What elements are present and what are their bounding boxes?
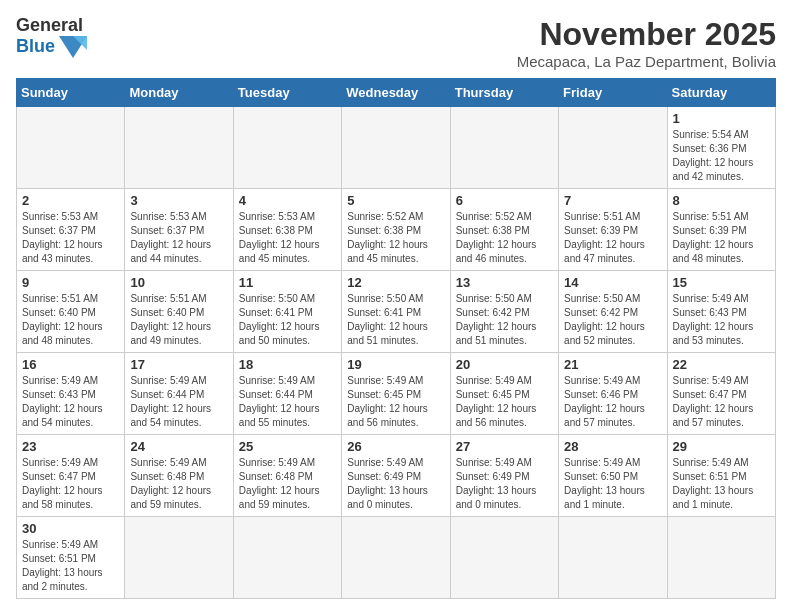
- day-header-sunday: Sunday: [17, 79, 125, 107]
- day-info: Sunrise: 5:49 AM Sunset: 6:49 PM Dayligh…: [456, 456, 553, 512]
- day-info: Sunrise: 5:53 AM Sunset: 6:37 PM Dayligh…: [130, 210, 227, 266]
- day-header-friday: Friday: [559, 79, 667, 107]
- calendar-cell: 23Sunrise: 5:49 AM Sunset: 6:47 PM Dayli…: [17, 435, 125, 517]
- calendar-cell: 11Sunrise: 5:50 AM Sunset: 6:41 PM Dayli…: [233, 271, 341, 353]
- calendar-cell: 7Sunrise: 5:51 AM Sunset: 6:39 PM Daylig…: [559, 189, 667, 271]
- calendar-cell: 12Sunrise: 5:50 AM Sunset: 6:41 PM Dayli…: [342, 271, 450, 353]
- day-info: Sunrise: 5:53 AM Sunset: 6:37 PM Dayligh…: [22, 210, 119, 266]
- day-number: 2: [22, 193, 119, 208]
- calendar-cell: 22Sunrise: 5:49 AM Sunset: 6:47 PM Dayli…: [667, 353, 775, 435]
- day-number: 10: [130, 275, 227, 290]
- day-info: Sunrise: 5:49 AM Sunset: 6:47 PM Dayligh…: [22, 456, 119, 512]
- calendar-cell: 29Sunrise: 5:49 AM Sunset: 6:51 PM Dayli…: [667, 435, 775, 517]
- day-number: 9: [22, 275, 119, 290]
- day-number: 18: [239, 357, 336, 372]
- day-info: Sunrise: 5:50 AM Sunset: 6:41 PM Dayligh…: [239, 292, 336, 348]
- day-number: 8: [673, 193, 770, 208]
- day-info: Sunrise: 5:49 AM Sunset: 6:47 PM Dayligh…: [673, 374, 770, 430]
- calendar-cell: 19Sunrise: 5:49 AM Sunset: 6:45 PM Dayli…: [342, 353, 450, 435]
- day-header-saturday: Saturday: [667, 79, 775, 107]
- logo-blue: Blue: [16, 37, 55, 57]
- calendar-cell: 9Sunrise: 5:51 AM Sunset: 6:40 PM Daylig…: [17, 271, 125, 353]
- day-info: Sunrise: 5:49 AM Sunset: 6:49 PM Dayligh…: [347, 456, 444, 512]
- day-number: 5: [347, 193, 444, 208]
- day-info: Sunrise: 5:49 AM Sunset: 6:43 PM Dayligh…: [673, 292, 770, 348]
- calendar-table: SundayMondayTuesdayWednesdayThursdayFrid…: [16, 78, 776, 599]
- day-number: 26: [347, 439, 444, 454]
- day-info: Sunrise: 5:51 AM Sunset: 6:40 PM Dayligh…: [22, 292, 119, 348]
- calendar-cell: [233, 107, 341, 189]
- calendar-cell: 28Sunrise: 5:49 AM Sunset: 6:50 PM Dayli…: [559, 435, 667, 517]
- day-number: 12: [347, 275, 444, 290]
- calendar-cell: [559, 517, 667, 599]
- day-header-wednesday: Wednesday: [342, 79, 450, 107]
- day-info: Sunrise: 5:52 AM Sunset: 6:38 PM Dayligh…: [347, 210, 444, 266]
- calendar-cell: [559, 107, 667, 189]
- day-info: Sunrise: 5:50 AM Sunset: 6:41 PM Dayligh…: [347, 292, 444, 348]
- calendar-cell: 3Sunrise: 5:53 AM Sunset: 6:37 PM Daylig…: [125, 189, 233, 271]
- day-number: 24: [130, 439, 227, 454]
- day-number: 13: [456, 275, 553, 290]
- day-number: 4: [239, 193, 336, 208]
- calendar-cell: 14Sunrise: 5:50 AM Sunset: 6:42 PM Dayli…: [559, 271, 667, 353]
- subtitle: Mecapaca, La Paz Department, Bolivia: [517, 53, 776, 70]
- day-info: Sunrise: 5:49 AM Sunset: 6:48 PM Dayligh…: [239, 456, 336, 512]
- calendar-cell: 2Sunrise: 5:53 AM Sunset: 6:37 PM Daylig…: [17, 189, 125, 271]
- day-number: 21: [564, 357, 661, 372]
- day-number: 7: [564, 193, 661, 208]
- day-info: Sunrise: 5:49 AM Sunset: 6:51 PM Dayligh…: [22, 538, 119, 594]
- day-number: 22: [673, 357, 770, 372]
- day-info: Sunrise: 5:50 AM Sunset: 6:42 PM Dayligh…: [564, 292, 661, 348]
- calendar-cell: 16Sunrise: 5:49 AM Sunset: 6:43 PM Dayli…: [17, 353, 125, 435]
- day-info: Sunrise: 5:51 AM Sunset: 6:39 PM Dayligh…: [564, 210, 661, 266]
- day-number: 3: [130, 193, 227, 208]
- day-info: Sunrise: 5:54 AM Sunset: 6:36 PM Dayligh…: [673, 128, 770, 184]
- day-info: Sunrise: 5:53 AM Sunset: 6:38 PM Dayligh…: [239, 210, 336, 266]
- calendar-cell: 10Sunrise: 5:51 AM Sunset: 6:40 PM Dayli…: [125, 271, 233, 353]
- calendar-cell: [125, 517, 233, 599]
- day-info: Sunrise: 5:49 AM Sunset: 6:44 PM Dayligh…: [239, 374, 336, 430]
- week-row-2: 2Sunrise: 5:53 AM Sunset: 6:37 PM Daylig…: [17, 189, 776, 271]
- header: General Blue November 2025 Mecapaca, La …: [16, 16, 776, 70]
- calendar-cell: 24Sunrise: 5:49 AM Sunset: 6:48 PM Dayli…: [125, 435, 233, 517]
- day-info: Sunrise: 5:49 AM Sunset: 6:51 PM Dayligh…: [673, 456, 770, 512]
- calendar-cell: 20Sunrise: 5:49 AM Sunset: 6:45 PM Dayli…: [450, 353, 558, 435]
- calendar-cell: 26Sunrise: 5:49 AM Sunset: 6:49 PM Dayli…: [342, 435, 450, 517]
- day-info: Sunrise: 5:49 AM Sunset: 6:48 PM Dayligh…: [130, 456, 227, 512]
- calendar-cell: 17Sunrise: 5:49 AM Sunset: 6:44 PM Dayli…: [125, 353, 233, 435]
- logo: General Blue: [16, 16, 87, 58]
- week-row-6: 30Sunrise: 5:49 AM Sunset: 6:51 PM Dayli…: [17, 517, 776, 599]
- day-number: 14: [564, 275, 661, 290]
- day-header-monday: Monday: [125, 79, 233, 107]
- day-number: 16: [22, 357, 119, 372]
- day-number: 27: [456, 439, 553, 454]
- calendar-cell: 30Sunrise: 5:49 AM Sunset: 6:51 PM Dayli…: [17, 517, 125, 599]
- calendar-cell: [667, 517, 775, 599]
- day-number: 29: [673, 439, 770, 454]
- day-info: Sunrise: 5:49 AM Sunset: 6:44 PM Dayligh…: [130, 374, 227, 430]
- day-number: 23: [22, 439, 119, 454]
- calendar-cell: 25Sunrise: 5:49 AM Sunset: 6:48 PM Dayli…: [233, 435, 341, 517]
- logo-triangle-icon: [59, 36, 87, 58]
- logo-general: General: [16, 16, 87, 36]
- week-row-3: 9Sunrise: 5:51 AM Sunset: 6:40 PM Daylig…: [17, 271, 776, 353]
- day-number: 6: [456, 193, 553, 208]
- calendar-cell: 15Sunrise: 5:49 AM Sunset: 6:43 PM Dayli…: [667, 271, 775, 353]
- day-info: Sunrise: 5:51 AM Sunset: 6:40 PM Dayligh…: [130, 292, 227, 348]
- calendar-cell: 6Sunrise: 5:52 AM Sunset: 6:38 PM Daylig…: [450, 189, 558, 271]
- calendar-cell: [342, 107, 450, 189]
- day-info: Sunrise: 5:49 AM Sunset: 6:46 PM Dayligh…: [564, 374, 661, 430]
- calendar-cell: 13Sunrise: 5:50 AM Sunset: 6:42 PM Dayli…: [450, 271, 558, 353]
- day-header-thursday: Thursday: [450, 79, 558, 107]
- calendar-cell: 18Sunrise: 5:49 AM Sunset: 6:44 PM Dayli…: [233, 353, 341, 435]
- day-number: 17: [130, 357, 227, 372]
- week-row-4: 16Sunrise: 5:49 AM Sunset: 6:43 PM Dayli…: [17, 353, 776, 435]
- calendar-cell: 27Sunrise: 5:49 AM Sunset: 6:49 PM Dayli…: [450, 435, 558, 517]
- day-info: Sunrise: 5:50 AM Sunset: 6:42 PM Dayligh…: [456, 292, 553, 348]
- calendar-cell: [450, 107, 558, 189]
- day-number: 30: [22, 521, 119, 536]
- day-info: Sunrise: 5:49 AM Sunset: 6:45 PM Dayligh…: [456, 374, 553, 430]
- calendar-cell: [450, 517, 558, 599]
- calendar-cell: 1Sunrise: 5:54 AM Sunset: 6:36 PM Daylig…: [667, 107, 775, 189]
- day-info: Sunrise: 5:52 AM Sunset: 6:38 PM Dayligh…: [456, 210, 553, 266]
